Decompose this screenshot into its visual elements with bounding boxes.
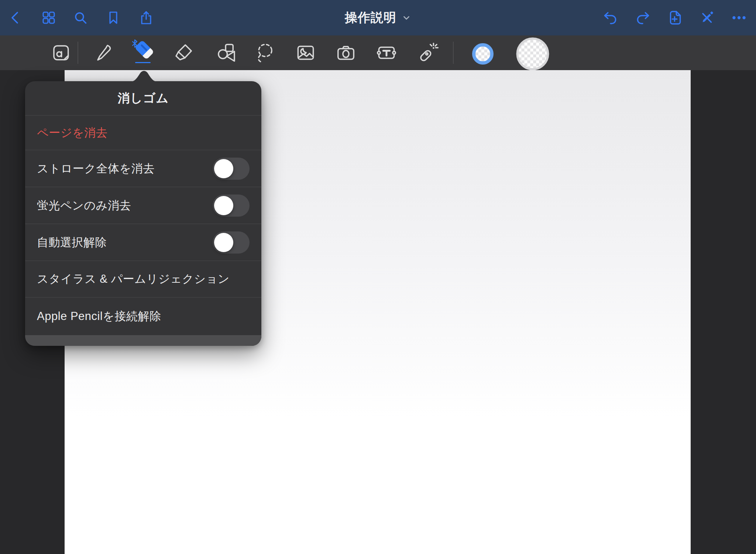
menu-item-auto-deselect[interactable]: 自動選択解除 [25, 224, 261, 261]
eraser-tool[interactable] [132, 41, 156, 65]
documents-grid-icon [41, 10, 57, 26]
menu-item-stylus-palm-rejection[interactable]: スタイラス & パームリジェクション [25, 261, 261, 297]
lasso-icon [254, 42, 276, 64]
menu-item-erase-entire-stroke[interactable]: ストローク全体を消去 [25, 150, 261, 187]
popup-title: 消しゴム [118, 90, 169, 107]
more-options-button[interactable] [728, 7, 750, 29]
redo-icon [635, 9, 652, 26]
pen-tool[interactable] [91, 41, 116, 65]
undo-icon [602, 9, 619, 26]
documents-grid-button[interactable] [38, 7, 60, 29]
zoom-window-icon [50, 42, 72, 64]
redo-button[interactable] [632, 7, 654, 29]
toggle-auto-deselect[interactable] [213, 231, 250, 254]
toolbar-divider [78, 42, 78, 64]
image-tool[interactable] [293, 41, 318, 65]
fountain-pen-icon [92, 42, 114, 64]
menu-item-erase-highlighter-only[interactable]: 蛍光ペンのみ消去 [25, 187, 261, 224]
read-only-pen-icon [698, 9, 715, 26]
add-page-button[interactable] [664, 7, 686, 29]
toggle-knob [214, 159, 233, 178]
camera-tool[interactable] [334, 41, 358, 65]
laser-pointer-icon [417, 42, 439, 64]
camera-icon [335, 42, 357, 64]
undo-button[interactable] [599, 7, 621, 29]
image-icon [295, 42, 317, 64]
shapes-icon [216, 42, 238, 64]
shapes-tool[interactable] [215, 41, 239, 65]
zoom-window-tool[interactable] [49, 41, 73, 65]
share-button[interactable] [135, 7, 157, 29]
toggle-knob [214, 196, 233, 215]
laser-pointer-tool[interactable] [416, 41, 440, 65]
search-button[interactable] [69, 7, 92, 29]
bookmark-icon [105, 10, 121, 26]
toggle-erase-entire-stroke[interactable] [213, 158, 250, 180]
back-button[interactable] [4, 7, 27, 29]
chevron-down-icon [402, 13, 411, 23]
menu-item-erase-page[interactable]: ページを消去 [25, 116, 261, 150]
more-ellipsis-icon [731, 9, 748, 26]
back-chevron-icon [7, 10, 24, 26]
toggle-knob [214, 233, 233, 252]
drawing-toolbar [0, 35, 756, 70]
document-title-dropdown[interactable]: 操作説明 [345, 9, 411, 26]
toggle-erase-highlighter-only[interactable] [213, 195, 250, 217]
popup-footer [25, 335, 261, 346]
add-page-icon [666, 9, 683, 26]
bookmark-button[interactable] [102, 7, 124, 29]
read-only-toggle-button[interactable] [696, 7, 718, 29]
highlighter-tool[interactable] [171, 41, 196, 65]
popup-arrow [131, 71, 157, 82]
text-tool[interactable] [374, 41, 399, 65]
bluetooth-icon [131, 39, 139, 48]
popup-header: 消しゴム [25, 81, 261, 116]
text-box-icon [375, 42, 398, 64]
eraser-size-medium[interactable] [516, 38, 549, 70]
share-icon [138, 10, 154, 26]
search-icon [72, 10, 89, 26]
navigation-bar: 操作説明 [0, 0, 756, 35]
highlighter-icon [172, 42, 195, 64]
eraser-size-small[interactable] [472, 43, 494, 65]
lasso-tool[interactable] [253, 41, 277, 65]
eraser-options-popup: 消しゴム ページを消去 ストローク全体を消去 蛍光ペンのみ消去 自動選択解除 ス… [25, 81, 261, 346]
page-title: 操作説明 [345, 9, 396, 26]
toolbar-divider [453, 42, 454, 64]
eraser-icon [132, 41, 156, 65]
menu-item-disconnect-apple-pencil[interactable]: Apple Pencilを接続解除 [25, 297, 261, 335]
